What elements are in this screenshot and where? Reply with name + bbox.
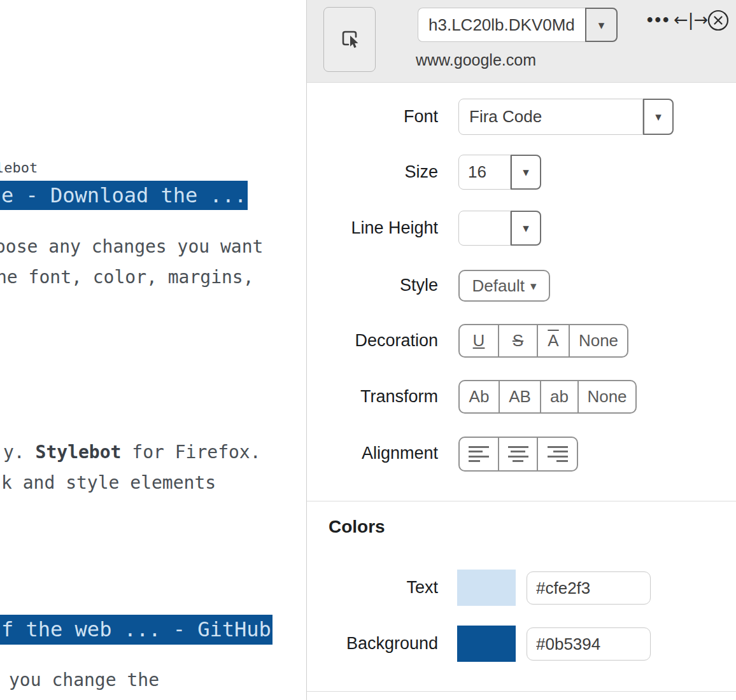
style-label: Style <box>306 276 438 295</box>
text-fragment: for Firefox. <box>121 442 260 463</box>
element-picker-button[interactable] <box>323 7 376 72</box>
page-text-line: y. Stylebot for Firefox. <box>3 442 261 463</box>
line-height-dropdown-button[interactable]: ▾ <box>511 211 541 246</box>
align-center-button[interactable] <box>499 438 538 470</box>
chevron-down-icon: ▾ <box>655 111 662 123</box>
lowercase-button[interactable]: ab <box>541 381 579 412</box>
chevron-down-icon: ▾ <box>530 280 537 292</box>
align-left-button[interactable] <box>460 438 499 470</box>
text-fragment: y. <box>3 442 36 463</box>
background-color-swatch[interactable] <box>457 626 516 662</box>
close-button[interactable] <box>707 10 729 31</box>
close-icon <box>707 22 729 33</box>
capitalize-button[interactable]: Ab <box>460 381 500 412</box>
style-dropdown-button[interactable]: Default ▾ <box>458 270 550 302</box>
stylebot-bold-text: Stylebot <box>36 442 122 463</box>
align-right-icon <box>548 446 568 463</box>
align-left-icon <box>469 446 489 463</box>
transform-none-button[interactable]: None <box>579 381 635 412</box>
alignment-label: Alignment <box>306 444 438 463</box>
page-highlighted-title-1[interactable]: e - Download the ... <box>0 181 248 210</box>
underline-button[interactable]: U <box>460 325 499 356</box>
page-text-line: he font, color, margins, <box>0 267 254 288</box>
uppercase-button[interactable]: AB <box>500 381 541 412</box>
chevron-down-icon: ▾ <box>598 19 605 31</box>
section-divider <box>307 501 736 501</box>
background-color-hex-input[interactable] <box>527 627 651 661</box>
line-height-label: Line Height <box>306 218 438 238</box>
site-url-label: www.google.com <box>416 51 536 69</box>
page-breadcrumb-fragment: lebot <box>0 160 38 176</box>
page-highlighted-title-2[interactable]: f the web ... - GitHub <box>0 615 272 645</box>
strikethrough-button[interactable]: S <box>499 325 538 356</box>
more-options-icon[interactable]: ••• <box>647 10 670 30</box>
size-label: Size <box>306 162 438 182</box>
page-text-line: you change the <box>9 669 159 690</box>
section-divider <box>307 691 736 692</box>
decoration-button-group: U S A None <box>458 324 628 358</box>
colors-section-heading: Colors <box>329 517 385 537</box>
css-selector-input[interactable] <box>418 8 586 42</box>
overline-button[interactable]: A <box>538 325 570 356</box>
element-picker-icon <box>334 23 365 56</box>
decoration-label: Decoration <box>306 331 438 351</box>
text-color-hex-input[interactable] <box>527 571 651 605</box>
text-color-swatch[interactable] <box>457 570 516 606</box>
transform-label: Transform <box>306 387 438 407</box>
transform-button-group: Ab AB ab None <box>458 380 637 414</box>
align-right-button[interactable] <box>538 438 577 470</box>
decoration-none-button[interactable]: None <box>570 325 627 356</box>
size-dropdown-button[interactable]: ▾ <box>511 155 541 190</box>
style-value: Default <box>472 276 525 296</box>
font-dropdown-button[interactable]: ▾ <box>643 99 674 135</box>
font-input[interactable] <box>458 99 643 135</box>
alignment-button-group <box>458 437 578 472</box>
chevron-down-icon: ▾ <box>523 222 529 234</box>
background-color-label: Background <box>306 634 438 654</box>
align-center-icon <box>508 446 528 463</box>
text-color-label: Text <box>306 578 438 598</box>
line-height-input[interactable] <box>458 211 511 246</box>
page-text-line: oose any changes you want <box>0 236 263 257</box>
dock-position-icon[interactable]: ←|→ <box>674 10 708 29</box>
font-label: Font <box>306 107 438 127</box>
chevron-down-icon: ▾ <box>523 166 529 178</box>
selector-dropdown-button[interactable]: ▾ <box>585 8 618 42</box>
page-text-line: k and style elements <box>1 472 216 493</box>
size-input[interactable] <box>458 155 511 190</box>
